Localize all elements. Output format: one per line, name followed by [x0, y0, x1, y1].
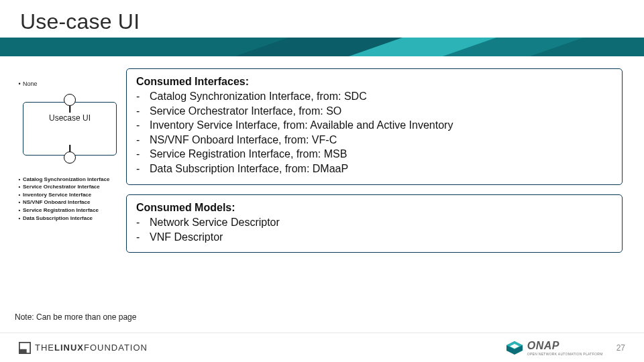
box-header: Consumed Interfaces: — [136, 76, 612, 88]
bullet-dot-icon: • — [16, 198, 23, 206]
bullet-dot-icon: • — [16, 176, 23, 184]
dash-icon: - — [136, 230, 144, 245]
lf-the: THE — [35, 343, 54, 353]
title-bar: Use-case UI — [0, 0, 644, 54]
list-item: •Inventory Service Interface — [16, 191, 130, 199]
box-header: Consumed Models: — [136, 202, 612, 214]
item-text: Network Service Descriptor — [150, 215, 280, 230]
lf-logo-text: THELINUXFOUNDATION — [35, 343, 148, 353]
dash-icon: - — [136, 215, 144, 230]
list-item: •Catalog Synchronization Interface — [16, 176, 130, 184]
footer-right: ONAP OPEN NETWORK AUTOMATION PLATFORM 27 — [506, 340, 625, 356]
item-text: NS/VNF Onboard Interface, from: VF-C — [150, 133, 337, 147]
list-item: -Network Service Descriptor — [136, 215, 612, 230]
item-text: Catalog Synchronization Interface, from:… — [150, 89, 367, 104]
list-item: -Data Subscription Interface, from: DMaa… — [136, 162, 612, 176]
list-item: -VNF Descriptor — [136, 230, 612, 245]
dash-icon: - — [136, 133, 144, 147]
bullet-text: Data Subscription Interface — [23, 215, 130, 223]
onap-text-wrap: ONAP OPEN NETWORK AUTOMATION PLATFORM — [527, 340, 603, 356]
item-text: Service Orchestrator Interface, from: SO — [150, 104, 341, 119]
list-item: •Data Subscription Interface — [16, 215, 130, 223]
item-text: Inventory Service Interface, from: Avail… — [150, 118, 453, 133]
list-item: -Service Orchestrator Interface, from: S… — [136, 104, 612, 119]
slide: Use-case UI • None Usecase UI •Catalog S… — [0, 0, 644, 362]
list-item: -Service Registration Interface, from: M… — [136, 147, 612, 162]
item-text: Data Subscription Interface, from: DMaaP — [150, 162, 348, 176]
bullet-text: Inventory Service Interface — [23, 191, 130, 199]
bullet-text: Service Registration Interface — [23, 206, 130, 215]
note-text: Note: Can be more than one page — [15, 312, 136, 322]
port-top-icon — [64, 94, 76, 106]
dash-icon: - — [136, 147, 144, 162]
consumed-models-box: Consumed Models: -Network Service Descri… — [126, 194, 623, 253]
lf-foundation: FOUNDATION — [84, 343, 148, 353]
svg-rect-5 — [19, 349, 27, 353]
component-box: Usecase UI — [23, 102, 117, 156]
list-item: -Catalog Synchronization Interface, from… — [136, 89, 612, 104]
port-bottom-stem — [69, 145, 70, 152]
list-item: •Service Orchestrator Interface — [16, 183, 130, 191]
page-number: 27 — [616, 343, 625, 353]
bullet-text: NS/VNF Onboard Interface — [23, 198, 130, 206]
dash-icon: - — [136, 104, 144, 119]
list-item: -Inventory Service Interface, from: Avai… — [136, 118, 612, 133]
bullet-text: Catalog Synchronization Interface — [23, 176, 130, 184]
left-column: • None Usecase UI •Catalog Synchronizati… — [16, 80, 130, 222]
item-text: Service Registration Interface, from: MS… — [150, 147, 347, 162]
footer: THELINUXFOUNDATION ONAP OPEN NETWORK AUT… — [0, 333, 644, 362]
onap-subtitle: OPEN NETWORK AUTOMATION PLATFORM — [527, 352, 603, 356]
bullet-none: • None — [16, 80, 130, 88]
onap-name: ONAP — [527, 340, 603, 352]
dash-icon: - — [136, 89, 144, 104]
bullet-dot-icon: • — [16, 183, 23, 191]
bullet-dot-icon: • — [16, 80, 23, 88]
dash-icon: - — [136, 162, 144, 176]
linux-foundation-logo: THELINUXFOUNDATION — [19, 342, 148, 354]
item-text: VNF Descriptor — [150, 230, 223, 245]
list-item: •Service Registration Interface — [16, 206, 130, 215]
port-top-stem — [69, 106, 70, 113]
dash-icon: - — [136, 118, 144, 133]
onap-logo-icon — [506, 341, 523, 355]
lower-bullet-list: •Catalog Synchronization Interface •Serv… — [16, 176, 130, 223]
lf-logo-icon — [19, 342, 31, 354]
bullet-dot-icon: • — [16, 206, 23, 215]
decorative-band — [0, 38, 644, 56]
page-title: Use-case UI — [20, 9, 140, 34]
consumed-interfaces-box: Consumed Interfaces: -Catalog Synchroniz… — [126, 68, 623, 185]
bullet-text: None — [23, 80, 130, 88]
bullet-dot-icon: • — [16, 215, 23, 223]
bullet-dot-icon: • — [16, 191, 23, 199]
bullet-text: Service Orchestrator Interface — [23, 183, 130, 191]
list-item: -NS/VNF Onboard Interface, from: VF-C — [136, 133, 612, 147]
lf-linux: LINUX — [54, 343, 84, 353]
list-item: •NS/VNF Onboard Interface — [16, 198, 130, 206]
port-bottom-icon — [64, 152, 76, 164]
onap-logo: ONAP OPEN NETWORK AUTOMATION PLATFORM — [506, 340, 603, 356]
